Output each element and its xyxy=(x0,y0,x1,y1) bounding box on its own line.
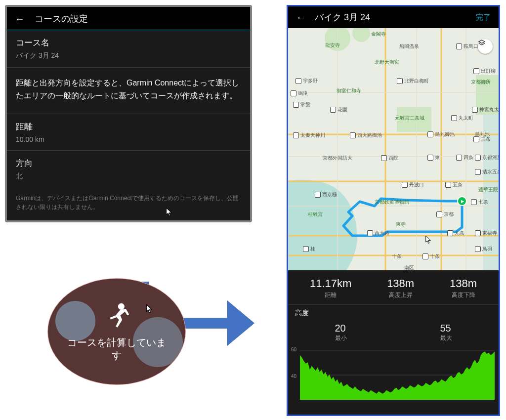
distance-value: 10.00 km xyxy=(16,135,241,143)
stat-ascent-label: 高度上昇 xyxy=(387,291,414,299)
back-icon[interactable]: ← xyxy=(15,14,25,24)
detail-header: ← バイク 3月 24 完了 xyxy=(288,6,499,28)
stat-descent: 138m 高度下降 xyxy=(450,277,477,299)
elev-max-label: 最大 xyxy=(440,334,452,342)
settings-title: コースの設定 xyxy=(35,13,88,25)
ytick-bottom: 40 xyxy=(291,374,296,379)
course-name-label: コース名 xyxy=(16,37,241,48)
stat-distance: 11.17km 距離 xyxy=(310,277,351,299)
description-text: 距離と出発方向を設定すると、Garmin Connectによって選択したエリアの… xyxy=(16,77,241,102)
distance-label: 距離 xyxy=(16,121,241,132)
ytick-top: 60 xyxy=(291,347,296,352)
stat-descent-value: 138m xyxy=(450,277,477,290)
loading-message: コースを計算しています xyxy=(48,336,185,362)
route-start-marker[interactable] xyxy=(457,196,467,206)
elev-max-value: 55 xyxy=(440,323,452,334)
stat-ascent-value: 138m xyxy=(387,277,414,290)
elevation-section-title: 高度 xyxy=(288,304,499,320)
stat-elev-min: 20 最小 xyxy=(335,323,347,342)
stat-descent-label: 高度下降 xyxy=(450,291,477,299)
loading-indicator: コースを計算しています xyxy=(48,279,185,384)
course-name-row[interactable]: コース名 バイク 3月 24 xyxy=(7,30,250,68)
runner-icon xyxy=(102,301,131,331)
distance-row[interactable]: 距離 10.00 km xyxy=(7,114,250,151)
stat-distance-label: 距離 xyxy=(310,291,351,299)
svg-point-3 xyxy=(352,28,370,42)
auto-route-description: 距離と出発方向を設定すると、Garmin Connectによって選択したエリアの… xyxy=(7,68,250,114)
direction-row[interactable]: 方向 北 xyxy=(7,151,250,188)
map-canvas xyxy=(288,28,499,270)
detail-title: バイク 3月 24 xyxy=(315,11,467,23)
elevation-chart: 60 40 xyxy=(288,343,499,403)
svg-point-0 xyxy=(118,303,125,310)
stat-elev-max: 55 最大 xyxy=(440,323,452,342)
stat-distance-value: 11.17km xyxy=(310,277,351,290)
settings-body: コース名 バイク 3月 24 距離と出発方向を設定すると、Garmin Conn… xyxy=(7,30,250,220)
course-stats: 11.17km 距離 138m 高度上昇 138m 高度下降 xyxy=(288,270,499,304)
back-icon[interactable]: ← xyxy=(296,12,306,23)
settings-footer-text: Garminは、デバイスまたはGarmin Connectで使用するためのコース… xyxy=(7,188,250,220)
settings-header: ← コースの設定 xyxy=(7,7,250,30)
direction-value: 北 xyxy=(16,172,241,181)
course-name-value: バイク 3月 24 xyxy=(16,51,241,60)
elev-min-label: 最小 xyxy=(335,334,347,342)
direction-label: 方向 xyxy=(16,158,241,169)
done-button[interactable]: 完了 xyxy=(476,13,491,22)
course-settings-panel: ← コースの設定 コース名 バイク 3月 24 距離と出発方向を設定すると、Ga… xyxy=(5,5,252,222)
route-line xyxy=(343,199,462,236)
course-detail-panel: ← バイク 3月 24 完了 xyxy=(287,5,500,416)
elev-min-value: 20 xyxy=(335,323,347,334)
svg-rect-1 xyxy=(476,75,499,115)
elevation-minmax: 20 最小 55 最大 xyxy=(288,320,499,343)
stat-ascent: 138m 高度上昇 xyxy=(387,277,414,299)
svg-rect-4 xyxy=(397,107,431,132)
map-layers-button[interactable] xyxy=(478,39,493,54)
route-map[interactable]: 金閣寺 龍安寺 船岡温泉 鞍馬口 北野天満宮 出町柳 宇多野 北野白梅町 京都御… xyxy=(288,28,499,270)
